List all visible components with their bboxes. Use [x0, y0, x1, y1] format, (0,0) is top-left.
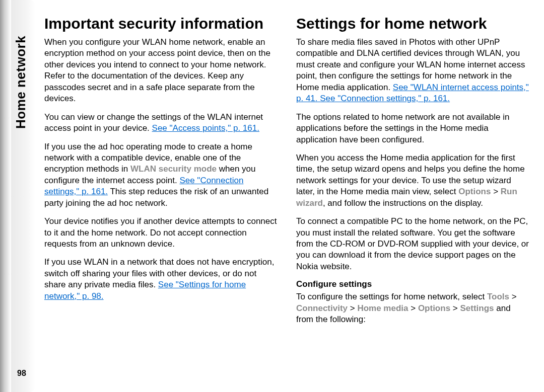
para-security-3: If you use the ad hoc operating mode to … — [44, 141, 278, 209]
separator-gt: > — [509, 292, 517, 301]
para-settings-5: To configure the settings for home netwo… — [296, 291, 530, 325]
page-number: 98 — [17, 369, 26, 378]
manual-page: Home network 98 Important security infor… — [0, 0, 544, 392]
para-security-5: If you use WLAN in a network that does n… — [44, 257, 278, 302]
content-columns: Important security information When you … — [44, 15, 530, 377]
ui-term-options: Options — [458, 187, 491, 196]
subheading-configure-settings: Configure settings — [296, 279, 530, 289]
ui-term-home-media: Home media — [357, 303, 408, 313]
separator-gt: > — [348, 303, 357, 313]
para-text: , and follow the instructions on the dis… — [323, 198, 483, 208]
ui-term-connectivity: Connectivity — [296, 303, 348, 313]
side-tab-label: Home network — [13, 18, 33, 129]
link-access-points[interactable]: See "Access points," p. 161. — [152, 123, 259, 133]
ui-term-tools: Tools — [487, 292, 509, 301]
para-settings-1: To share media files saved in Photos wit… — [296, 37, 530, 105]
para-security-2: You can view or change the settings of t… — [44, 112, 278, 134]
para-security-1: When you configure your WLAN home networ… — [44, 37, 278, 105]
para-settings-4: To connect a compatible PC to the home n… — [296, 216, 530, 272]
ui-term-settings: Settings — [460, 303, 494, 313]
separator-gt: > — [450, 303, 460, 313]
para-text: To configure the settings for home netwo… — [296, 292, 487, 301]
heading-settings-home-network: Settings for home network — [296, 15, 530, 32]
para-settings-2: The options related to home network are … — [296, 112, 530, 145]
ui-term-wlan-security-mode: WLAN security mode — [130, 164, 217, 174]
para-settings-3: When you access the Home media applicati… — [296, 152, 530, 209]
left-column: Important security information When you … — [44, 15, 278, 377]
ui-term-options-2: Options — [418, 303, 450, 313]
para-security-4: Your device notifies you if another devi… — [44, 216, 278, 250]
separator-gt: > — [409, 303, 418, 313]
separator-gt: > — [491, 187, 500, 196]
page-edge-shade — [0, 0, 11, 392]
right-column: Settings for home network To share media… — [296, 15, 530, 377]
heading-security-info: Important security information — [44, 15, 278, 32]
